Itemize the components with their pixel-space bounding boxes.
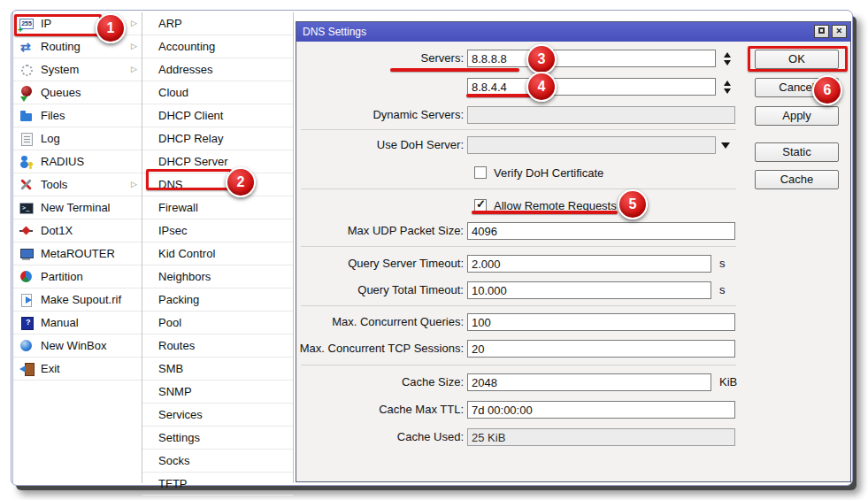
submenu-item-dhcp-relay[interactable]: DHCP Relay (142, 127, 293, 150)
cache-size-input[interactable] (467, 373, 711, 391)
sidebar-item-label: Queues (41, 86, 81, 99)
query-total-timeout-label: Query Total Timeout: (299, 281, 464, 299)
exit-icon (19, 362, 35, 376)
submenu-item-kid-control[interactable]: Kid Control (142, 242, 293, 265)
submenu-item-packing[interactable]: Packing (142, 288, 293, 312)
submenu-item-pool[interactable]: Pool (142, 312, 293, 335)
sidebar-item-label: Files (41, 109, 65, 122)
dropdown-arrow-icon[interactable] (721, 142, 730, 149)
cache-used-value (467, 428, 735, 446)
ok-button[interactable]: OK (755, 50, 839, 69)
submenu-item-neighbors[interactable]: Neighbors (142, 265, 293, 288)
sidebar-item-tools[interactable]: Tools (13, 173, 142, 196)
sidebar-item-label: MetaROUTER (41, 247, 115, 260)
field-row-query-server-timeout: Query Server Timeout: s (296, 255, 850, 273)
submenu-arrow-icon (131, 19, 137, 27)
sidebar-item-new-winbox[interactable]: New WinBox (13, 335, 142, 358)
submenu-item-firewall[interactable]: Firewall (142, 196, 293, 219)
query-server-timeout-input[interactable] (467, 255, 711, 273)
radius-icon (19, 155, 35, 169)
query-total-timeout-input[interactable] (467, 281, 711, 299)
field-row-max-concurrent-tcp: Max. Concurrent TCP Sessions: (296, 340, 850, 358)
submenu-item-accounting[interactable]: Accounting (142, 35, 293, 58)
manual-icon (19, 316, 35, 330)
sidebar-item-label: System (41, 63, 79, 76)
submenu-item-settings[interactable]: Settings (142, 427, 293, 450)
submenu-item-dns[interactable]: DNS (142, 173, 293, 196)
field-row-max-concurrent-queries: Max. Concurrent Queries: (296, 313, 850, 331)
use-doh-server-select[interactable] (467, 136, 716, 154)
sidebar-item-label: Make Supout.rif (41, 293, 121, 306)
partition-icon (19, 270, 35, 284)
metarouter-icon (19, 247, 35, 261)
field-row-cache-size: Cache Size: KiB (296, 373, 850, 391)
tools-icon (19, 178, 35, 192)
step-badge-4: 4 (526, 72, 557, 102)
max-udp-packet-size-label: Max UDP Packet Size: (299, 222, 464, 240)
cache-button[interactable]: Cache (755, 170, 839, 189)
sidebar-item-manual[interactable]: Manual (13, 312, 142, 335)
submenu-item-arp[interactable]: ARP (142, 12, 293, 35)
routing-icon (19, 40, 35, 54)
sidebar-item-dot1x[interactable]: Dot1X (13, 219, 142, 242)
submenu-item-dhcp-client[interactable]: DHCP Client (142, 104, 293, 127)
ip-submenu: ARP Accounting Addresses Cloud DHCP Clie… (142, 12, 294, 483)
static-button[interactable]: Static (755, 142, 839, 162)
field-row-cache-used: Cache Used: (296, 428, 850, 446)
apply-button[interactable]: Apply (755, 106, 839, 126)
maximize-button[interactable] (814, 25, 829, 38)
step-badge-3: 3 (526, 44, 557, 74)
max-concurrent-tcp-sessions-input[interactable] (467, 340, 735, 358)
servers-secondary-input[interactable] (467, 78, 716, 96)
sidebar-item-label: Routing (41, 40, 81, 53)
log-icon (19, 132, 35, 146)
max-udp-packet-size-input[interactable] (467, 222, 735, 240)
spinner-up-down-icon[interactable] (720, 79, 734, 95)
verify-doh-certificate-label: Verify DoH Certificate (494, 165, 603, 181)
sidebar-item-new-terminal[interactable]: New Terminal (13, 196, 142, 219)
sidebar-item-radius[interactable]: RADIUS (13, 150, 142, 173)
submenu-item-smb[interactable]: SMB (142, 358, 293, 381)
system-icon (19, 63, 35, 77)
submenu-item-dhcp-server[interactable]: DHCP Server (142, 150, 293, 173)
dot1x-icon (19, 224, 35, 238)
sidebar-item-system[interactable]: System (13, 58, 142, 81)
submenu-item-snmp[interactable]: SNMP (142, 381, 293, 404)
allow-remote-requests-checkbox[interactable] (474, 199, 487, 212)
submenu-item-socks[interactable]: Socks (142, 450, 293, 473)
submenu-item-routes[interactable]: Routes (142, 335, 293, 358)
sidebar-item-queues[interactable]: Queues (13, 81, 142, 104)
terminal-icon (19, 201, 35, 215)
step-badge-2: 2 (226, 167, 256, 197)
submenu-item-ipsec[interactable]: IPsec (142, 219, 293, 242)
submenu-item-cloud[interactable]: Cloud (142, 81, 293, 104)
cache-max-ttl-input[interactable] (467, 401, 735, 419)
field-row-max-udp: Max UDP Packet Size: (296, 222, 850, 240)
sidebar-item-label: Exit (41, 362, 60, 375)
sidebar-item-log[interactable]: Log (13, 127, 142, 150)
sidebar-item-files[interactable]: Files (13, 104, 142, 127)
queues-icon (19, 86, 35, 100)
allow-remote-requests-label: Allow Remote Requests (494, 197, 617, 214)
sidebar-item-make-supout[interactable]: Make Supout.rif (13, 288, 142, 312)
query-server-timeout-label: Query Server Timeout: (299, 255, 464, 273)
spinner-up-down-icon[interactable] (720, 50, 734, 66)
submenu-arrow-icon (131, 181, 137, 188)
sidebar-item-label: IP (41, 17, 51, 30)
submenu-item-addresses[interactable]: Addresses (142, 58, 293, 81)
servers-input[interactable] (467, 50, 716, 67)
sidebar-item-routing[interactable]: Routing (13, 35, 142, 58)
sidebar-item-label: Tools (41, 178, 67, 191)
dialog-titlebar[interactable]: DNS Settings (296, 22, 850, 42)
max-concurrent-queries-input[interactable] (467, 313, 735, 331)
sidebar-item-partition[interactable]: Partition (13, 265, 142, 288)
sidebar-item-metarouter[interactable]: MetaROUTER (13, 242, 142, 265)
files-icon (19, 109, 35, 123)
main-menu-sidebar: IP Routing System Queues Files Log RADIU… (12, 12, 142, 483)
submenu-item-services[interactable]: Services (142, 404, 293, 427)
submenu-item-tftp[interactable]: TFTP (142, 473, 293, 496)
sidebar-item-exit[interactable]: Exit (13, 358, 142, 381)
verify-doh-certificate-checkbox[interactable] (474, 166, 487, 179)
close-button[interactable] (832, 25, 847, 38)
dynamic-servers-input (467, 106, 735, 124)
